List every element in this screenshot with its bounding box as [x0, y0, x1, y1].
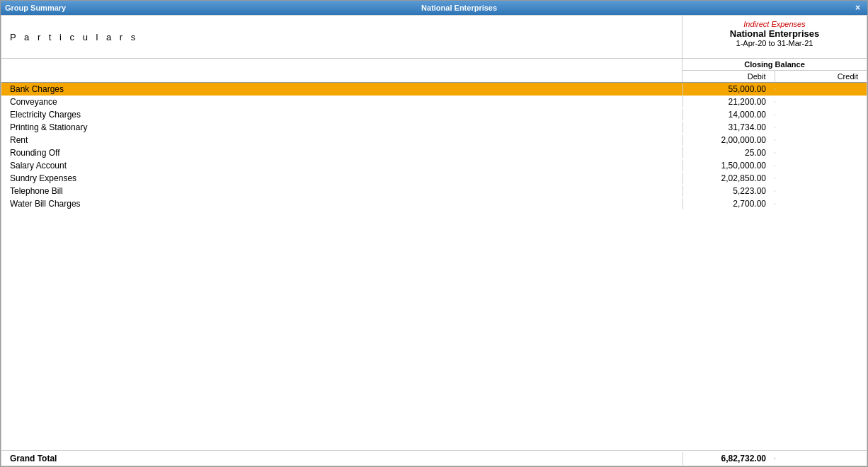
title-bar: Group Summary National Enterprises × [1, 1, 867, 15]
credit-col-header: Credit [775, 71, 867, 82]
title-bar-left: Group Summary [5, 4, 66, 12]
row-credit [775, 190, 867, 192]
table-row[interactable]: Printing & Stationary31,734.00 [1, 121, 867, 134]
row-name: Rounding Off [1, 147, 683, 158]
row-credit [775, 88, 867, 90]
row-credit [775, 203, 867, 204]
header-section: P a r t i c u l a r s Indirect Expenses … [1, 16, 867, 83]
main-content: P a r t i c u l a r s Indirect Expenses … [1, 15, 867, 466]
table-row[interactable]: Salary Account1,50,000.00 [1, 159, 867, 172]
sub-header-left [1, 59, 683, 82]
particulars-label: P a r t i c u l a r s [10, 32, 138, 42]
particulars-cell: P a r t i c u l a r s [1, 16, 683, 58]
row-credit [775, 165, 867, 166]
row-name: Telephone Bill [1, 185, 683, 197]
row-name: Sundry Expenses [1, 173, 683, 184]
row-credit [775, 114, 867, 115]
table-row[interactable]: Rent2,00,000.00 [1, 134, 867, 146]
row-debit: 2,02,850.00 [683, 173, 775, 184]
date-range: 1-Apr-20 to 31-Mar-21 [736, 39, 813, 47]
table-row[interactable]: Sundry Expenses2,02,850.00 [1, 172, 867, 185]
sub-header-row: Closing Balance Debit Credit [1, 59, 867, 83]
grand-total-credit [775, 457, 867, 460]
row-name: Water Bill Charges [1, 198, 683, 209]
table-row[interactable]: Rounding Off25.00 [1, 146, 867, 159]
closing-balance-title: Closing Balance [683, 59, 867, 71]
table-row[interactable]: Bank Charges55,000.00 [1, 83, 867, 96]
table-row[interactable]: Conveyance21,200.00 [1, 96, 867, 108]
row-name: Rent [1, 134, 683, 146]
data-rows: Bank Charges55,000.00Conveyance21,200.00… [1, 83, 867, 450]
row-debit: 2,700.00 [683, 198, 775, 209]
row-credit [775, 152, 867, 154]
app-window: Group Summary National Enterprises × P a… [0, 0, 868, 467]
table-row[interactable]: Water Bill Charges2,700.00 [1, 197, 867, 210]
row-name: Electricity Charges [1, 109, 683, 120]
row-name: Printing & Stationary [1, 122, 683, 133]
top-header-row: P a r t i c u l a r s Indirect Expenses … [1, 16, 867, 59]
debit-col-header: Debit [683, 71, 775, 82]
row-credit [775, 139, 867, 141]
title-bar-center: National Enterprises [421, 4, 497, 12]
row-debit: 14,000.00 [683, 109, 775, 120]
indirect-expenses-label: Indirect Expenses [743, 20, 805, 28]
table-row[interactable]: Telephone Bill5,223.00 [1, 185, 867, 197]
row-debit: 5,223.00 [683, 185, 775, 197]
company-name: National Enterprises [730, 28, 819, 39]
row-name: Salary Account [1, 160, 683, 171]
row-credit [775, 101, 867, 103]
footer: Grand Total 6,82,732.00 [1, 450, 867, 466]
row-name: Bank Charges [1, 83, 683, 95]
row-name: Conveyance [1, 96, 683, 108]
row-debit: 1,50,000.00 [683, 160, 775, 171]
debit-credit-cols: Debit Credit [683, 71, 867, 82]
grand-total-debit: 6,82,732.00 [683, 452, 775, 465]
row-debit: 31,734.00 [683, 122, 775, 133]
close-button[interactable]: × [852, 3, 863, 13]
header-right-cell: Indirect Expenses National Enterprises 1… [683, 16, 867, 58]
row-debit: 21,200.00 [683, 96, 775, 108]
row-credit [775, 127, 867, 128]
row-debit: 25.00 [683, 147, 775, 158]
row-credit [775, 178, 867, 179]
row-debit: 55,000.00 [683, 83, 775, 95]
table-row[interactable]: Electricity Charges14,000.00 [1, 108, 867, 121]
sub-header-right: Closing Balance Debit Credit [683, 59, 867, 82]
grand-total-label: Grand Total [1, 452, 683, 465]
row-debit: 2,00,000.00 [683, 134, 775, 146]
